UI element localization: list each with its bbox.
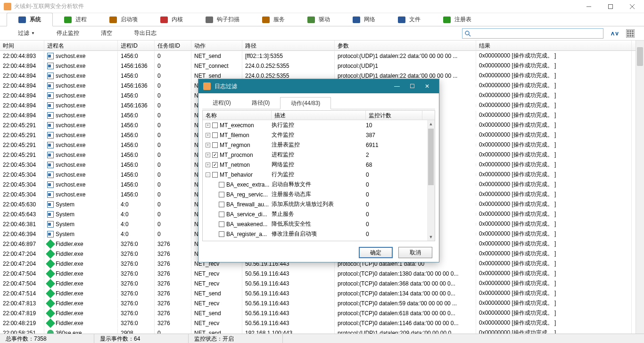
table-row[interactable]: 22:00:44:893svchost.exe1456:00NET_send[f… <box>0 51 636 61</box>
table-row[interactable]: 22:00:48:219Fiddler.exe3276:03276NET_rec… <box>0 318 636 328</box>
filter-row[interactable]: BA_weakened...降低系统安全性0 <box>203 219 435 229</box>
checkbox[interactable] <box>219 202 224 207</box>
checkbox[interactable] <box>219 231 224 237</box>
dialog-close-button[interactable]: ✕ <box>420 82 434 91</box>
checkbox[interactable] <box>212 152 218 158</box>
dlg-col-name[interactable]: 名称 <box>203 111 272 120</box>
process-icon <box>47 53 54 59</box>
dialog-tab[interactable]: 路径(0) <box>241 97 281 109</box>
checkbox[interactable] <box>219 221 224 227</box>
table-row[interactable]: 22:00:47:504Fiddler.exe3276:03276NET_rec… <box>0 278 636 288</box>
table-row[interactable]: 22:00:47:504Fiddler.exe3276:03276NET_rec… <box>0 269 636 278</box>
col-proc[interactable]: 进程名 <box>44 41 118 50</box>
filter-row[interactable]: +MT_netmon网络监控68 <box>203 160 435 170</box>
minimize-button[interactable] <box>578 0 600 13</box>
export-log-button[interactable]: 导出日志 <box>125 28 165 38</box>
dialog-table-header: 名称 描述 监控计数 <box>203 111 435 120</box>
cancel-button[interactable]: 取消 <box>398 247 432 258</box>
dialog-minimize-button[interactable]: — <box>390 82 404 91</box>
tab-服务[interactable]: 服务 <box>251 13 296 26</box>
checkbox[interactable] <box>212 162 218 168</box>
tab-系统[interactable]: 系统 <box>7 13 53 26</box>
filter-desc: 文件监控 <box>272 131 366 139</box>
dialog-maximize-button[interactable]: ☐ <box>405 82 419 91</box>
dialog-scrollbar[interactable]: ▲▼ <box>427 120 435 241</box>
checkbox[interactable] <box>212 172 218 178</box>
filter-row[interactable]: BA_firewall_au...添加系统防火墙放过列表0 <box>203 199 435 209</box>
search-input[interactable] <box>462 28 603 39</box>
tab-钩子扫描[interactable]: 钩子扫描 <box>194 13 251 26</box>
status-monitor: 监控状态：开启 <box>189 334 283 343</box>
table-row[interactable]: 22:00:58:251360se.exe29080NET_send192.16… <box>0 328 636 334</box>
expand-icon[interactable]: + <box>206 153 210 157</box>
col-param[interactable]: 参数 <box>335 41 476 50</box>
maximize-button[interactable] <box>600 0 621 13</box>
table-row[interactable]: 22:00:47:514Fiddler.exe3276:03276NET_sen… <box>0 288 636 298</box>
filter-row[interactable]: +MT_procmon进程监控2 <box>203 150 435 160</box>
dialog-title: 日志过滤 <box>215 82 390 90</box>
checkbox[interactable] <box>219 212 224 217</box>
clear-button[interactable]: 清空 <box>92 28 121 38</box>
filter-row[interactable]: -MT_behavior行为监控0 <box>203 170 435 180</box>
search-up-icon[interactable]: ʌ <box>611 30 614 37</box>
tab-启动项[interactable]: 启动项 <box>98 13 149 26</box>
filter-row[interactable]: BA_reg_servic...注册服务动态库0 <box>203 189 435 199</box>
checkbox[interactable] <box>219 192 224 197</box>
col-action[interactable]: 动作 <box>191 41 242 50</box>
checkbox[interactable] <box>212 122 218 128</box>
dlg-col-count[interactable]: 监控计数 <box>366 111 422 120</box>
search-down-icon[interactable]: v <box>615 30 619 37</box>
tab-网络[interactable]: 网络 <box>341 13 387 26</box>
filter-row[interactable]: BA_register_a...修改注册自启动项0 <box>203 229 435 239</box>
filter-name: BA_reg_servic... <box>226 191 268 198</box>
filter-name: MT_behavior <box>220 172 253 178</box>
filter-name: BA_weakened... <box>226 221 267 228</box>
process-icon <box>47 122 54 129</box>
tab-驱动[interactable]: 驱动 <box>296 13 341 26</box>
dlg-col-desc[interactable]: 描述 <box>272 111 366 120</box>
filter-row[interactable]: +MT_filemon文件监控387 <box>203 130 435 140</box>
col-result[interactable]: 结果 <box>476 41 632 50</box>
filter-count: 2 <box>366 152 422 158</box>
tab-文件[interactable]: 文件 <box>387 13 432 26</box>
filter-count: 0 <box>366 172 422 178</box>
filter-row[interactable]: BA_exec_extra...启动自释放文件0 <box>203 180 435 189</box>
col-task[interactable]: 任务组ID <box>155 41 191 50</box>
filter-row[interactable]: BA_service_di...禁止服务0 <box>203 209 435 219</box>
ok-button[interactable]: 确定 <box>359 247 393 258</box>
tab-注册表[interactable]: 注册表 <box>432 13 483 26</box>
filter-count: 0 <box>366 201 422 208</box>
process-icon <box>47 221 54 228</box>
dialog-tab[interactable]: 进程(0) <box>202 97 241 109</box>
filter-row[interactable]: +MT_regmon注册表监控6911 <box>203 140 435 150</box>
stop-monitor-button[interactable]: 停止监控 <box>48 28 88 38</box>
tab-内核[interactable]: 内核 <box>149 13 194 26</box>
col-pid[interactable]: 进程ID <box>118 41 155 50</box>
filter-button[interactable]: 过滤▼ <box>9 28 43 38</box>
col-path[interactable]: 路径 <box>242 41 335 50</box>
tab-label: 进程 <box>75 16 87 24</box>
filter-name: BA_exec_extra... <box>226 181 269 188</box>
close-button[interactable] <box>621 0 643 13</box>
vertical-scrollbar[interactable] <box>636 41 644 334</box>
process-icon <box>47 152 54 158</box>
table-row[interactable]: 22:00:47:813Fiddler.exe3276:03276NET_rec… <box>0 298 636 308</box>
dialog-titlebar[interactable]: 日志过滤 — ☐ ✕ <box>198 79 439 93</box>
dialog-tab[interactable]: 动作(44/83) <box>280 97 331 109</box>
expand-icon[interactable]: + <box>206 123 210 128</box>
table-row[interactable]: 22:00:44:894svchost.exe1456:16360NET_con… <box>0 61 636 71</box>
grid-view-button[interactable] <box>626 29 635 38</box>
checkbox[interactable] <box>219 182 224 188</box>
checkbox[interactable] <box>212 132 218 138</box>
table-row[interactable]: 22:00:47:819Fiddler.exe3276:03276NET_sen… <box>0 308 636 318</box>
col-time[interactable]: 时间 <box>0 41 44 50</box>
tab-进程[interactable]: 进程 <box>53 13 98 26</box>
expand-icon[interactable]: + <box>206 143 210 147</box>
filter-desc: 执行监控 <box>272 121 366 129</box>
expand-icon[interactable]: + <box>206 163 210 167</box>
expand-icon[interactable]: + <box>206 133 210 138</box>
filter-name: MT_netmon <box>220 162 250 168</box>
checkbox[interactable] <box>212 142 218 148</box>
expand-icon[interactable]: - <box>206 172 210 177</box>
filter-row[interactable]: +MT_execmon执行监控10 <box>203 120 435 130</box>
